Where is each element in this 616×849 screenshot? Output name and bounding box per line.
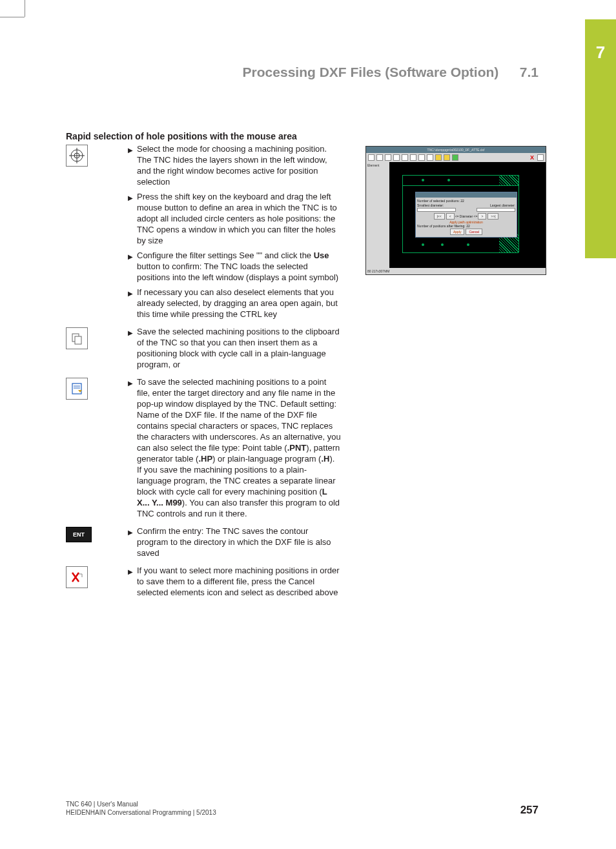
tnc-screenshot: TNC:\dumppgm\a002100_DF_ATTE.dxf X Eleme…	[365, 146, 546, 275]
screenshot-sidebar: Element	[366, 162, 389, 268]
svg-rect-5	[75, 336, 81, 344]
step-text: If necessary you can also deselect eleme…	[137, 287, 341, 320]
crop-mark-v	[25, 0, 25, 17]
dialog-input	[477, 208, 515, 212]
screenshot-titlebar: TNC:\dumppgm\a002100_DF_ATTE.dxf	[366, 147, 546, 153]
target-icon	[66, 145, 88, 167]
step-text: Confirm the entry: The TNC saves the con…	[137, 526, 341, 558]
step-text: Press the shift key on the keyboard and …	[137, 191, 341, 246]
dialog-apply-btn: Apply	[450, 229, 465, 235]
footer-text: TNC 640 | User's Manual HEIDENHAIN Conve…	[66, 800, 216, 817]
dialog-label: Largest diameter:	[490, 203, 515, 207]
dialog-input	[417, 208, 456, 212]
dialog-nav-btn: |<<	[434, 213, 445, 220]
step-row: ▶Save the selected machining positions t…	[66, 326, 550, 374]
page-number: 257	[520, 804, 539, 817]
toolbar-icon	[410, 154, 416, 161]
step-row: ▶To save the selected machining position…	[66, 376, 550, 523]
screenshot-statusbar: 80 217x307MM	[366, 268, 546, 274]
dialog-label: Smallest diameter:	[417, 203, 444, 207]
cancel-x-icon	[66, 566, 88, 588]
dialog-nav-btn: >	[478, 213, 486, 220]
toolbar-icon	[376, 154, 383, 161]
bullet-icon: ▶	[128, 191, 137, 246]
clipboard-icon	[66, 327, 88, 349]
toolbar-icon	[402, 154, 408, 161]
step-row: ▶If you want to select more machining po…	[66, 565, 550, 602]
section-heading: Rapid selection of hole positions with t…	[66, 131, 297, 141]
toolbar-icon	[368, 154, 375, 161]
dialog-titlebar	[416, 192, 517, 198]
dialog-line: Number of selected positions: 22	[417, 199, 515, 203]
toolbar-icon	[537, 154, 544, 161]
chapter-tab: 7	[585, 19, 616, 258]
dialog-nav-btn: <	[446, 213, 455, 220]
chapter-number: 7	[585, 19, 616, 63]
bullet-icon: ▶	[128, 250, 137, 283]
header-title: Processing DXF Files (Software Option)	[243, 65, 499, 79]
toolbar-icon	[427, 154, 433, 161]
close-x-icon: X	[529, 154, 535, 161]
dialog-cancel-btn: Cancel	[466, 229, 482, 235]
toolbar-icon	[418, 154, 425, 161]
header-section: 7.1	[520, 65, 539, 79]
bullet-icon: ▶	[128, 143, 137, 187]
bullet-icon: ▶	[128, 326, 137, 370]
step-text: Configure the filter settings See "" and…	[137, 250, 341, 283]
bullet-icon: ▶	[128, 287, 137, 320]
dialog-nav-btn: >>|	[488, 213, 498, 220]
bullet-icon: ▶	[128, 526, 137, 558]
toolbar-icon	[385, 154, 391, 161]
filter-dialog: Number of selected positions: 22 Smalles…	[415, 192, 517, 238]
step-text: Save the selected machining positions to…	[137, 326, 341, 370]
page-header: Processing DXF Files (Software Option) 7…	[243, 65, 539, 80]
save-file-icon	[66, 378, 88, 400]
bullet-icon: ▶	[128, 376, 137, 519]
toolbar-icon	[393, 154, 400, 161]
toolbar-icon	[452, 154, 458, 161]
crop-mark-h	[0, 17, 25, 17]
step-row: ENT ▶Confirm the entry: The TNC saves th…	[66, 526, 550, 562]
step-text: Select the mode for choosing a machining…	[137, 143, 341, 187]
step-text: If you want to select more machining pos…	[137, 565, 341, 598]
page-footer: TNC 640 | User's Manual HEIDENHAIN Conve…	[66, 800, 539, 817]
screenshot-canvas: Number of selected positions: 22 Smalles…	[389, 162, 546, 268]
ent-key-icon: ENT	[66, 527, 92, 542]
toolbar-icon	[435, 154, 442, 161]
step-text: To save the selected machining positions…	[137, 376, 341, 519]
screenshot-toolbar: X	[366, 153, 546, 162]
bullet-icon: ▶	[128, 565, 137, 598]
toolbar-icon	[444, 154, 450, 161]
